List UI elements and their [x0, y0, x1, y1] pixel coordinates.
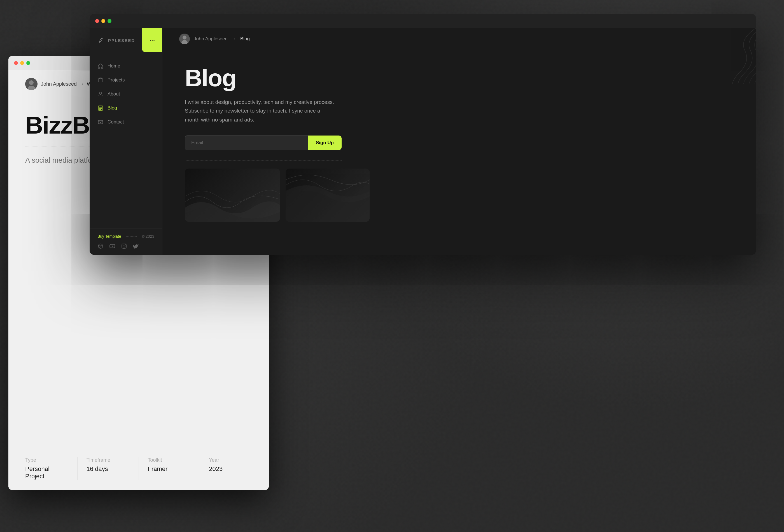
dribbble-icon[interactable] [97, 243, 104, 249]
svg-rect-3 [98, 79, 103, 82]
meta-year-value: 2023 [209, 465, 252, 473]
instagram-icon[interactable] [121, 243, 127, 249]
meta-year: Year 2023 [209, 457, 252, 480]
buy-template-row: Buy Template © 2023 [97, 234, 154, 239]
avatar [25, 78, 37, 90]
main-avatar [179, 34, 190, 44]
front-titlebar [90, 14, 756, 28]
meta-year-label: Year [209, 457, 252, 463]
email-input[interactable] [185, 135, 308, 150]
close-button[interactable] [14, 61, 18, 65]
sidebar-item-contact-label: Contact [108, 119, 124, 125]
buy-template-link[interactable]: Buy Template [97, 234, 121, 239]
breadcrumb-arrow: → [80, 82, 84, 86]
blog-icon [97, 105, 104, 111]
maximize-button[interactable] [26, 61, 30, 65]
blog-card-1-bg [185, 169, 280, 222]
svg-point-1 [29, 80, 34, 85]
sidebar-nav: Home Projects Abo [90, 52, 162, 228]
home-icon [97, 63, 104, 69]
breadcrumb-user: John Appleseed [41, 81, 77, 87]
meta-timeframe: Timeframe 16 days [86, 457, 139, 480]
front-body: PPLESEED ⋯ Home [90, 28, 756, 255]
sidebar-item-about[interactable]: About [90, 87, 162, 101]
sidebar-item-home-label: Home [108, 63, 120, 69]
projects-icon [97, 77, 104, 83]
wave-decoration [683, 28, 756, 84]
meta-type-value: Personal Project [25, 465, 68, 480]
active-tab-dots: ⋯ [149, 37, 155, 44]
main-body: Blog I write about design, productivity,… [162, 50, 756, 255]
front-close-button[interactable] [95, 19, 99, 23]
svg-point-18 [183, 35, 187, 39]
newsletter-form: Sign Up [185, 135, 342, 150]
active-tab-indicator: ⋯ [142, 28, 162, 52]
twitter-icon[interactable] [133, 243, 139, 249]
meta-timeframe-value: 16 days [86, 465, 130, 473]
youtube-icon[interactable] [109, 243, 115, 249]
card-wave-2 [286, 169, 370, 222]
sidebar-item-about-label: About [108, 91, 120, 97]
sidebar-item-home[interactable]: Home [90, 59, 162, 73]
svg-marker-13 [112, 245, 113, 247]
meta-type-label: Type [25, 457, 68, 463]
sidebar-item-blog-label: Blog [108, 105, 117, 111]
blog-card-2-bg [286, 169, 370, 222]
sidebar-item-projects-label: Projects [108, 77, 124, 83]
main-content: John Appleseed → Blog Blog I write about… [162, 28, 756, 255]
meta-toolkit: Toolkit Framer [148, 457, 200, 480]
breadcrumb: John Appleseed → Blog [194, 36, 250, 42]
sidebar-item-projects[interactable]: Projects [90, 73, 162, 87]
about-icon [97, 91, 104, 97]
sidebar-logo: PPLESEED ⋯ [90, 28, 162, 52]
blog-page-title: Blog [185, 66, 734, 90]
meta-timeframe-label: Timeframe [86, 457, 130, 463]
front-maximize-button[interactable] [108, 19, 111, 23]
sidebar-item-contact[interactable]: Contact [90, 115, 162, 129]
svg-rect-10 [98, 120, 103, 124]
sidebar-footer: Buy Template © 2023 [90, 228, 162, 255]
meta-toolkit-value: Framer [148, 465, 191, 473]
main-header: John Appleseed → Blog [162, 28, 756, 50]
blog-description: I write about design, productivity, tech… [185, 98, 336, 124]
breadcrumb-user: John Appleseed [194, 36, 228, 42]
svg-point-5 [100, 92, 102, 94]
blog-card-2[interactable] [286, 169, 370, 222]
blog-card-1[interactable] [185, 169, 280, 222]
meta-toolkit-label: Toolkit [148, 457, 191, 463]
contact-icon [97, 119, 104, 125]
svg-point-15 [123, 245, 125, 247]
card-wave-1 [185, 169, 280, 222]
breadcrumb-page: Blog [240, 36, 250, 42]
signup-button[interactable]: Sign Up [308, 136, 342, 150]
sidebar-item-blog[interactable]: Blog [90, 101, 162, 115]
front-minimize-button[interactable] [101, 19, 105, 23]
meta-type: Type Personal Project [25, 457, 78, 480]
sidebar: PPLESEED ⋯ Home [90, 28, 162, 255]
copyright-year: © 2023 [142, 234, 154, 239]
back-meta-bar: Type Personal Project Timeframe 16 days … [8, 447, 269, 490]
blog-cards [185, 169, 734, 222]
svg-point-16 [125, 245, 126, 245]
social-icons-row [97, 243, 154, 249]
breadcrumb-arrow: → [231, 36, 236, 42]
logo-text: PPLESEED [108, 38, 135, 43]
minimize-button[interactable] [20, 61, 24, 65]
front-window: PPLESEED ⋯ Home [90, 14, 756, 255]
logo-leaf-icon [97, 36, 105, 44]
